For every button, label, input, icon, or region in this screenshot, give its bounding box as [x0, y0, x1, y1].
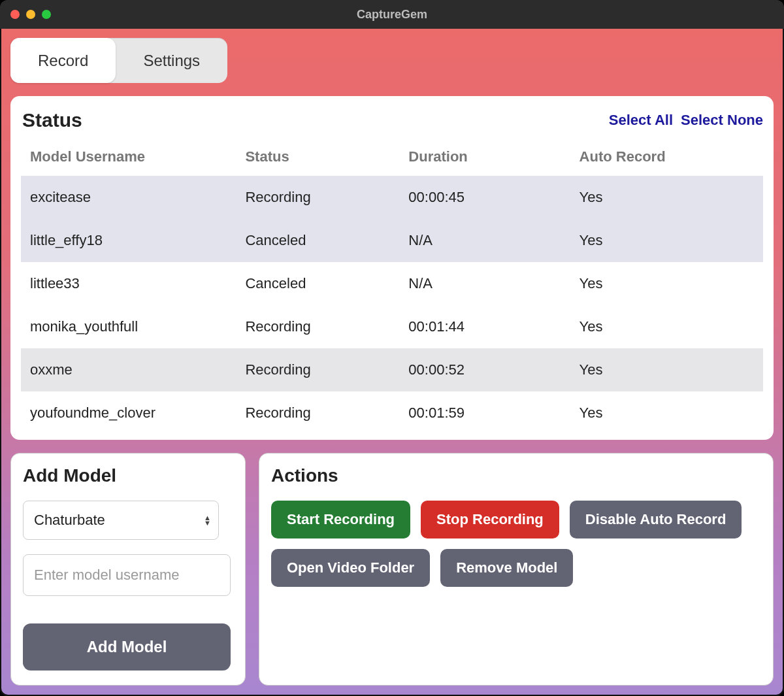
cell-duration: 00:00:52 [399, 348, 570, 391]
cell-auto_record: Yes [570, 348, 763, 391]
col-auto-record: Auto Record [570, 142, 763, 176]
cell-auto_record: Yes [570, 219, 763, 262]
platform-select-wrap: Chaturbate ▲▼ [23, 501, 219, 540]
cell-auto_record: Yes [570, 391, 763, 435]
cell-username: monika_youthfull [21, 305, 236, 348]
add-model-button[interactable]: Add Model [23, 623, 231, 671]
cell-auto_record: Yes [570, 305, 763, 348]
maximize-icon[interactable] [42, 10, 51, 19]
cell-status: Recording [236, 348, 399, 391]
cell-status: Recording [236, 176, 399, 219]
cell-auto_record: Yes [570, 262, 763, 305]
actions-buttons: Start Recording Stop Recording Disable A… [271, 501, 761, 587]
cell-username: little_effy18 [21, 219, 236, 262]
col-username: Model Username [21, 142, 236, 176]
col-duration: Duration [399, 142, 570, 176]
cell-username: youfoundme_clover [21, 391, 236, 435]
select-all-link[interactable]: Select All [609, 112, 673, 129]
cell-username: oxxme [21, 348, 236, 391]
header-links: Select All Select None [609, 112, 763, 129]
disable-auto-record-button[interactable]: Disable Auto Record [570, 501, 742, 539]
tab-record[interactable]: Record [10, 38, 116, 83]
actions-title: Actions [271, 465, 761, 486]
cell-status: Recording [236, 391, 399, 435]
table-row[interactable]: littlee33CanceledN/AYes [21, 262, 763, 305]
cell-username: excitease [21, 176, 236, 219]
col-status: Status [236, 142, 399, 176]
traffic-lights [10, 10, 51, 19]
cell-duration: 00:00:45 [399, 176, 570, 219]
cell-duration: 00:01:44 [399, 305, 570, 348]
cell-duration: N/A [399, 219, 570, 262]
platform-select[interactable]: Chaturbate [23, 501, 219, 540]
tabs: Record Settings [10, 38, 227, 83]
table-row[interactable]: youfoundme_cloverRecording00:01:59Yes [21, 391, 763, 435]
status-panel: Status Select All Select None Model User… [10, 96, 774, 440]
cell-status: Recording [236, 305, 399, 348]
content: Record Settings Status Select All Select… [0, 29, 784, 696]
table-row[interactable]: little_effy18CanceledN/AYes [21, 219, 763, 262]
stop-recording-button[interactable]: Stop Recording [421, 501, 559, 539]
open-video-folder-button[interactable]: Open Video Folder [271, 549, 430, 587]
cell-status: Canceled [236, 262, 399, 305]
add-model-title: Add Model [23, 465, 233, 486]
cell-status: Canceled [236, 219, 399, 262]
actions-card: Actions Start Recording Stop Recording D… [259, 453, 774, 686]
minimize-icon[interactable] [26, 10, 35, 19]
cell-duration: N/A [399, 262, 570, 305]
cell-auto_record: Yes [570, 176, 763, 219]
remove-model-button[interactable]: Remove Model [440, 549, 573, 587]
cell-duration: 00:01:59 [399, 391, 570, 435]
start-recording-button[interactable]: Start Recording [271, 501, 410, 539]
tab-settings[interactable]: Settings [116, 38, 227, 83]
table-row[interactable]: oxxmeRecording00:00:52Yes [21, 348, 763, 391]
table-row[interactable]: monika_youthfullRecording00:01:44Yes [21, 305, 763, 348]
bottom-row: Add Model Chaturbate ▲▼ Add Model Action… [10, 453, 774, 686]
window-title: CaptureGem [357, 8, 427, 22]
status-panel-header: Status Select All Select None [21, 109, 763, 131]
model-username-input[interactable] [23, 554, 231, 596]
status-table: Model Username Status Duration Auto Reco… [21, 142, 763, 435]
titlebar: CaptureGem [0, 0, 784, 29]
app-window: CaptureGem Record Settings Status Select… [0, 0, 784, 696]
cell-username: littlee33 [21, 262, 236, 305]
close-icon[interactable] [10, 10, 20, 19]
table-row[interactable]: exciteaseRecording00:00:45Yes [21, 176, 763, 219]
select-none-link[interactable]: Select None [681, 112, 763, 129]
add-model-card: Add Model Chaturbate ▲▼ Add Model [10, 453, 246, 686]
status-title: Status [22, 109, 82, 131]
